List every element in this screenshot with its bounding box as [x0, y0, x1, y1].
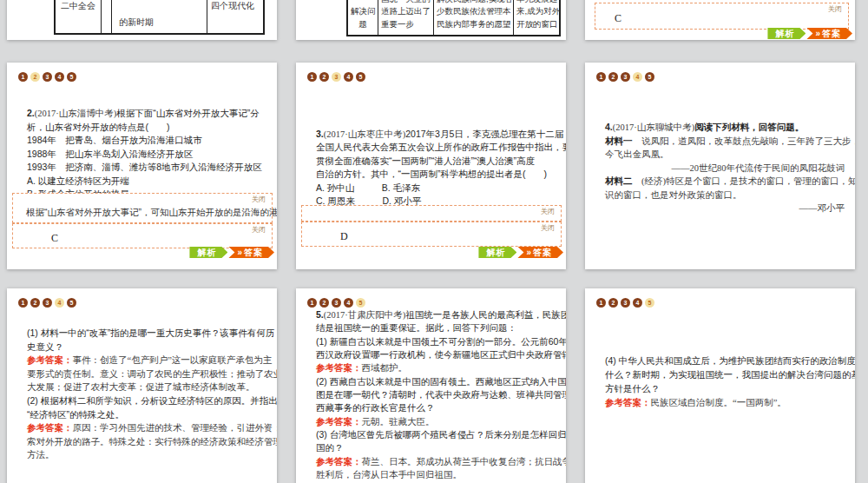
text-segment: 大发展；促进了农村大变革；促进了城市经济体制改革。: [27, 382, 255, 392]
pagination-dot-1[interactable]: 1: [307, 72, 317, 82]
text-line: (1) 新疆自古以来就是中国领土不可分割的一部分。公元前60年，: [316, 335, 564, 348]
text-segment: 重要一步: [381, 19, 414, 29]
text-segment: 荷兰、日本。郑成功从荷兰手中收复台湾；抗日战争: [362, 457, 567, 466]
answer-button[interactable]: »答案: [228, 247, 274, 258]
text-segment: 1988年 把山东半岛划入沿海经济开放区: [27, 149, 193, 159]
text-segment: 四个现代化: [211, 1, 254, 10]
pagination-dot-1[interactable]: 1: [18, 72, 28, 82]
text-line: ——20世纪80年代流传于民间的凤阳花鼓词: [605, 162, 853, 175]
pagination-dot-3[interactable]: 3: [621, 298, 630, 308]
text-segment: 原因：学习外国先进的技术、管理经验，引进外资；探: [73, 423, 278, 433]
pagination-dot-2[interactable]: 2: [319, 72, 329, 82]
close-link[interactable]: 关闭: [252, 195, 266, 204]
text-line: 参考答案：元朝。驻藏大臣。: [316, 415, 564, 428]
text-segment: 析，山东省对外开放的特点是( ): [27, 122, 170, 132]
text-segment: (4) 中华人民共和国成立后，为维护民族团结而实行的政治制度是: [605, 355, 855, 366]
text-segment: 参考答案：: [27, 354, 73, 365]
close-link[interactable]: 关闭: [828, 4, 842, 14]
text-line: 5.(2017·甘肃庆阳中考)祖国统一是各族人民的最高利益，民族团: [316, 308, 564, 321]
close-link[interactable]: 关闭: [541, 207, 555, 216]
pagination-dot-4[interactable]: 4: [633, 298, 642, 308]
pagination-dot-1[interactable]: 1: [596, 72, 606, 82]
pagination-dot-3[interactable]: 3: [43, 298, 52, 308]
text-segment: 识的窗口，也是对外政策的窗口。: [605, 190, 742, 200]
pagination-dot-4[interactable]: 4: [55, 72, 64, 82]
text-segment: 西域都护。: [362, 363, 408, 373]
text-line: 开放的窗口: [516, 18, 560, 31]
text-line: 道路上迈出了: [381, 5, 431, 18]
text-line: 图是在哪一朝代？清朝时，代表中央政府与达赖、班禅共同管理: [316, 388, 564, 401]
answer-button[interactable]: »答案: [517, 247, 563, 258]
text-segment: 1993年 把济南、淄博、潍坊等8地市列入沿海经济开放区: [27, 162, 262, 172]
text-segment: 4.: [605, 122, 613, 132]
pagination-dot-1[interactable]: 1: [307, 298, 317, 308]
pagination-dot-3[interactable]: 3: [43, 72, 52, 82]
text-line: (4) 中华人民共和国成立后，为维护民族团结而实行的政治制度是: [605, 354, 853, 367]
slides-grid-view: 二中全会 的新时期 四个现代化 解决问题 国统一大业的道路上迈出了重要一步 解决…: [0, 0, 868, 483]
text-segment: 索对外开放的路子。特殊之处：实行特殊的经济政策和经济管理: [27, 437, 277, 447]
slide-pagination: 12345: [307, 298, 365, 308]
pagination-dot-2[interactable]: 2: [319, 298, 329, 308]
text-segment: 民族内部事务的愿望: [437, 19, 511, 29]
question-text: 3.(2017·山东枣庄中考)2017年3月5日，李克强总理在第十二届全国人民代…: [316, 128, 564, 208]
text-segment: 1984年 把青岛、烟台开放为沿海港口城市: [27, 135, 202, 145]
text-segment: (2017·山东聊城中考): [613, 122, 695, 132]
answer-button[interactable]: »答案: [806, 28, 852, 39]
chevron-icon: »: [526, 248, 532, 257]
pagination-dot-2[interactable]: 2: [30, 72, 40, 82]
close-link[interactable]: 关闭: [252, 225, 266, 235]
pagination-dot-2[interactable]: 2: [608, 298, 618, 308]
pagination-dot-2[interactable]: 2: [30, 298, 40, 308]
pagination-dot-2[interactable]: 2: [608, 72, 618, 82]
close-link[interactable]: 关闭: [541, 223, 555, 233]
table-cell: 率先发展起来,成为对外开放的窗口: [513, 0, 562, 35]
pagination-dot-5[interactable]: 5: [645, 298, 654, 308]
text-line: 方法。: [27, 448, 275, 462]
table-cell: 解决问题: [348, 0, 378, 35]
text-segment: 来,成为对外: [516, 6, 560, 16]
text-line: 二中全会: [56, 0, 101, 12]
text-line: (2) 根据材料二和所学知识，分析设立经济特区的原因。并指出: [27, 394, 275, 408]
summary-table-fragment: 二中全会 的新时期 四个现代化: [54, 0, 265, 35]
text-segment: 元朝。驻藏大臣。: [362, 417, 435, 427]
text-segment: ——20世纪80年代流传于民间的凤阳花鼓词: [672, 163, 845, 173]
analysis-button[interactable]: 解析: [189, 247, 227, 258]
text-line: 方针是什么？: [605, 381, 853, 395]
text-segment: (经济)特区是个窗口，是技术的窗口，管理的窗口，知: [633, 176, 856, 186]
text-line: 1993年 把济南、淄博、潍坊等8地市列入沿海经济开放区: [27, 161, 275, 175]
text-segment: 2.: [27, 108, 35, 118]
pagination-dot-3[interactable]: 3: [332, 72, 341, 82]
pagination-dot-5[interactable]: 5: [67, 72, 76, 82]
pagination-dot-5[interactable]: 5: [356, 298, 365, 308]
text-line: 西汉政府设置哪一行政机构，使今新疆地区正式归中央政府管辖？: [316, 348, 564, 361]
text-segment: 国的？: [316, 442, 344, 453]
text-segment: 材料一: [605, 136, 633, 146]
analysis-button[interactable]: 解析: [478, 247, 516, 258]
text-line: 参考答案：原因：学习外国先进的技术、管理经验，引进外资；探: [27, 421, 275, 435]
pagination-dot-1[interactable]: 1: [596, 298, 606, 308]
pagination-dot-4[interactable]: 4: [55, 298, 64, 308]
text-segment: 方针是什么？: [605, 383, 660, 394]
text-line: 胜利后，台湾从日本手中回归祖国。: [316, 468, 564, 481]
text-line: A. 孙中山 B. 毛泽东: [316, 182, 564, 195]
analysis-button[interactable]: 解析: [767, 28, 806, 39]
pagination-dot-4[interactable]: 4: [344, 72, 353, 82]
pagination-dot-5[interactable]: 5: [356, 72, 365, 82]
slide-buttons: 解析 »答案: [767, 28, 852, 39]
pagination-dot-3[interactable]: 3: [621, 72, 630, 82]
pagination-dot-1[interactable]: 1: [18, 298, 28, 308]
pagination-dot-4[interactable]: 4: [633, 72, 642, 82]
pagination-dot-5[interactable]: 5: [67, 298, 76, 308]
text-segment: 开放的窗口: [516, 19, 558, 29]
text-line: 2.(2017·山东淄博中考)根据下面“山东省对外开放大事记”分: [27, 107, 275, 121]
chevron-icon: »: [815, 29, 821, 38]
text-line: 贯彻全面准确落实“一国两制”“港人治港”“澳人治澳”高度: [316, 155, 564, 168]
text-segment: (1) 材料一中的“改革”指的是哪一重大历史事件？该事件有何历: [27, 328, 274, 338]
pagination-dot-5[interactable]: 5: [645, 72, 654, 82]
pagination-dot-3[interactable]: 3: [332, 298, 341, 308]
slide-question-3: 12345 3.(2017·山东枣庄中考)2017年3月5日，李克强总理在第十二…: [296, 63, 566, 269]
text-line: 史意义？: [27, 341, 275, 354]
text-segment: 3.: [316, 129, 324, 139]
text-line: 西藏事务的行政长官是什么？: [316, 401, 564, 414]
pagination-dot-4[interactable]: 4: [344, 298, 353, 308]
